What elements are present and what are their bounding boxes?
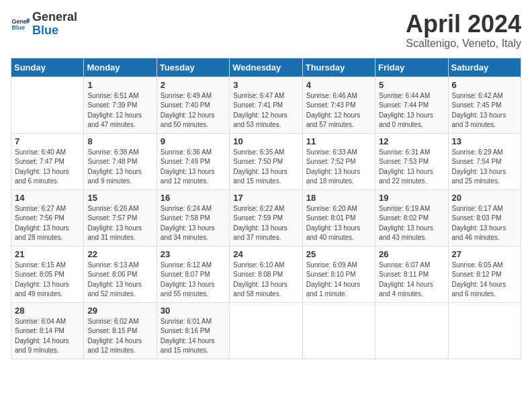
calendar-cell: 20Sunrise: 6:17 AMSunset: 8:03 PMDayligh… (448, 189, 521, 246)
day-number: 17 (233, 193, 298, 203)
calendar-cell: 23Sunrise: 6:12 AMSunset: 8:07 PMDayligh… (157, 246, 229, 302)
weekday-header: Tuesday (157, 58, 229, 77)
day-number: 3 (233, 80, 298, 90)
day-info: Sunrise: 6:04 AMSunset: 8:14 PMDaylight:… (15, 317, 80, 356)
calendar-cell: 26Sunrise: 6:07 AMSunset: 8:11 PMDayligh… (375, 246, 448, 302)
day-info: Sunrise: 6:20 AMSunset: 8:01 PMDaylight:… (306, 204, 371, 243)
day-number: 11 (306, 136, 371, 146)
calendar-cell: 6Sunrise: 6:42 AMSunset: 7:45 PMDaylight… (448, 77, 521, 133)
day-info: Sunrise: 6:13 AMSunset: 8:06 PMDaylight:… (87, 261, 152, 300)
calendar-cell: 7Sunrise: 6:40 AMSunset: 7:47 PMDaylight… (11, 133, 84, 189)
day-number: 10 (233, 136, 298, 146)
calendar-cell (448, 302, 521, 359)
day-info: Sunrise: 6:09 AMSunset: 8:10 PMDaylight:… (306, 261, 371, 300)
calendar-cell: 27Sunrise: 6:05 AMSunset: 8:12 PMDayligh… (448, 246, 521, 302)
day-info: Sunrise: 6:44 AMSunset: 7:44 PMDaylight:… (379, 91, 444, 130)
calendar-cell: 19Sunrise: 6:19 AMSunset: 8:02 PMDayligh… (375, 189, 448, 246)
calendar-cell: 21Sunrise: 6:15 AMSunset: 8:05 PMDayligh… (11, 246, 84, 302)
day-info: Sunrise: 6:12 AMSunset: 8:07 PMDaylight:… (161, 261, 226, 300)
day-info: Sunrise: 6:19 AMSunset: 8:02 PMDaylight:… (379, 204, 444, 243)
calendar-week-row: 1Sunrise: 6:51 AMSunset: 7:39 PMDaylight… (11, 77, 521, 133)
day-number: 20 (452, 193, 517, 203)
day-number: 4 (306, 80, 371, 90)
day-number: 6 (452, 80, 517, 90)
day-number: 29 (87, 306, 152, 316)
day-number: 5 (379, 80, 444, 90)
day-info: Sunrise: 6:01 AMSunset: 8:16 PMDaylight:… (161, 317, 226, 356)
svg-text:Blue: Blue (11, 24, 25, 31)
location-title: Scaltenigo, Veneto, Italy (406, 38, 521, 50)
calendar-cell: 15Sunrise: 6:26 AMSunset: 7:57 PMDayligh… (84, 189, 157, 246)
weekday-header: Wednesday (230, 58, 302, 77)
calendar-cell: 3Sunrise: 6:47 AMSunset: 7:41 PMDaylight… (230, 77, 302, 133)
calendar-cell: 22Sunrise: 6:13 AMSunset: 8:06 PMDayligh… (84, 246, 157, 302)
day-info: Sunrise: 6:29 AMSunset: 7:54 PMDaylight:… (452, 148, 517, 187)
month-title: April 2024 (406, 11, 521, 38)
day-number: 16 (161, 193, 226, 203)
calendar-cell: 30Sunrise: 6:01 AMSunset: 8:16 PMDayligh… (157, 302, 229, 359)
day-info: Sunrise: 6:05 AMSunset: 8:12 PMDaylight:… (452, 261, 517, 300)
calendar-cell: 18Sunrise: 6:20 AMSunset: 8:01 PMDayligh… (302, 189, 375, 246)
day-number: 24 (233, 249, 298, 259)
calendar-cell: 4Sunrise: 6:46 AMSunset: 7:43 PMDaylight… (302, 77, 375, 133)
page-header: General Blue General Blue April 2024 Sca… (11, 11, 521, 50)
calendar-cell: 9Sunrise: 6:36 AMSunset: 7:49 PMDaylight… (157, 133, 229, 189)
calendar-cell: 1Sunrise: 6:51 AMSunset: 7:39 PMDaylight… (84, 77, 157, 133)
day-info: Sunrise: 6:51 AMSunset: 7:39 PMDaylight:… (87, 91, 152, 130)
calendar-cell (230, 302, 302, 359)
calendar-cell: 8Sunrise: 6:38 AMSunset: 7:48 PMDaylight… (84, 133, 157, 189)
day-info: Sunrise: 6:17 AMSunset: 8:03 PMDaylight:… (452, 204, 517, 243)
day-info: Sunrise: 6:31 AMSunset: 7:53 PMDaylight:… (379, 148, 444, 187)
day-number: 27 (452, 249, 517, 259)
calendar-cell: 12Sunrise: 6:31 AMSunset: 7:53 PMDayligh… (375, 133, 448, 189)
weekday-header: Friday (375, 58, 448, 77)
day-number: 26 (379, 249, 444, 259)
day-number: 15 (87, 193, 152, 203)
day-info: Sunrise: 6:35 AMSunset: 7:50 PMDaylight:… (233, 148, 298, 187)
calendar-cell: 29Sunrise: 6:02 AMSunset: 8:15 PMDayligh… (84, 302, 157, 359)
calendar-cell (302, 302, 375, 359)
day-number: 18 (306, 193, 371, 203)
day-number: 25 (306, 249, 371, 259)
calendar-cell (375, 302, 448, 359)
logo-blue-text: Blue (32, 24, 77, 38)
day-number: 30 (161, 306, 226, 316)
calendar-cell: 11Sunrise: 6:33 AMSunset: 7:52 PMDayligh… (302, 133, 375, 189)
day-number: 22 (87, 249, 152, 259)
weekday-header: Sunday (11, 58, 84, 77)
weekday-header: Saturday (448, 58, 521, 77)
day-info: Sunrise: 6:26 AMSunset: 7:57 PMDaylight:… (87, 204, 152, 243)
day-info: Sunrise: 6:07 AMSunset: 8:11 PMDaylight:… (379, 261, 444, 300)
calendar-cell: 17Sunrise: 6:22 AMSunset: 7:59 PMDayligh… (230, 189, 302, 246)
day-info: Sunrise: 6:40 AMSunset: 7:47 PMDaylight:… (15, 148, 80, 187)
calendar-cell: 28Sunrise: 6:04 AMSunset: 8:14 PMDayligh… (11, 302, 84, 359)
day-number: 7 (15, 136, 80, 146)
day-info: Sunrise: 6:24 AMSunset: 7:58 PMDaylight:… (161, 204, 226, 243)
day-number: 19 (379, 193, 444, 203)
day-info: Sunrise: 6:27 AMSunset: 7:56 PMDaylight:… (15, 204, 80, 243)
logo: General Blue General Blue (11, 11, 77, 38)
day-number: 9 (161, 136, 226, 146)
day-info: Sunrise: 6:02 AMSunset: 8:15 PMDaylight:… (87, 317, 152, 356)
calendar-week-row: 14Sunrise: 6:27 AMSunset: 7:56 PMDayligh… (11, 189, 521, 246)
day-info: Sunrise: 6:38 AMSunset: 7:48 PMDaylight:… (87, 148, 152, 187)
calendar-table: SundayMondayTuesdayWednesdayThursdayFrid… (11, 58, 521, 359)
day-number: 14 (15, 193, 80, 203)
day-number: 21 (15, 249, 80, 259)
day-info: Sunrise: 6:22 AMSunset: 7:59 PMDaylight:… (233, 204, 298, 243)
weekday-header: Thursday (302, 58, 375, 77)
day-number: 12 (379, 136, 444, 146)
calendar-cell: 10Sunrise: 6:35 AMSunset: 7:50 PMDayligh… (230, 133, 302, 189)
calendar-cell: 24Sunrise: 6:10 AMSunset: 8:08 PMDayligh… (230, 246, 302, 302)
day-number: 1 (87, 80, 152, 90)
calendar-cell: 16Sunrise: 6:24 AMSunset: 7:58 PMDayligh… (157, 189, 229, 246)
day-number: 28 (15, 306, 80, 316)
day-info: Sunrise: 6:42 AMSunset: 7:45 PMDaylight:… (452, 91, 517, 130)
weekday-header: Monday (84, 58, 157, 77)
day-number: 2 (161, 80, 226, 90)
day-info: Sunrise: 6:46 AMSunset: 7:43 PMDaylight:… (306, 91, 371, 130)
title-area: April 2024 Scaltenigo, Veneto, Italy (406, 11, 521, 50)
calendar-cell: 25Sunrise: 6:09 AMSunset: 8:10 PMDayligh… (302, 246, 375, 302)
day-number: 13 (452, 136, 517, 146)
day-info: Sunrise: 6:33 AMSunset: 7:52 PMDaylight:… (306, 148, 371, 187)
